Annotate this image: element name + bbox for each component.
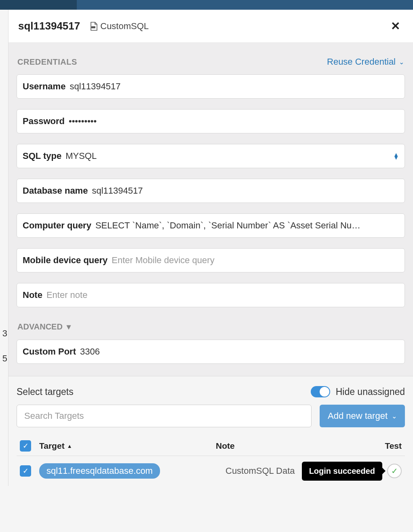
note-field[interactable]: Note Enter note: [17, 283, 405, 307]
computer-query-label: Computer query: [23, 220, 91, 231]
password-value: •••••••••: [69, 116, 97, 127]
hide-unassigned-label: Hide unassigned: [336, 386, 405, 397]
reuse-credential-label: Reuse Credential: [327, 57, 396, 67]
username-field[interactable]: Username sql11394517: [17, 74, 405, 99]
custom-port-label: Custom Port: [23, 346, 76, 357]
target-pill[interactable]: sql11.freesqldatabase.com: [39, 463, 160, 479]
note-label: Note: [23, 290, 42, 300]
test-connection-button[interactable]: ✓: [387, 464, 402, 478]
chevron-down-icon: ⌄: [392, 412, 397, 420]
password-label: Password: [23, 116, 65, 127]
check-success-icon: ✓: [391, 466, 398, 476]
sort-asc-icon: ▲: [67, 443, 72, 449]
test-result-tooltip: Login succeeded: [302, 462, 382, 481]
note-placeholder: Enter note: [46, 290, 88, 300]
column-note-label: Note: [216, 441, 235, 450]
table-header-row: ✓ Target ▲ Note Test: [17, 436, 405, 456]
table-row: ✓ sql11.freesqldatabase.com CustomSQL Da…: [17, 456, 405, 486]
check-icon: ✓: [23, 441, 29, 450]
row-checkbox[interactable]: ✓: [20, 465, 31, 477]
tooltip-text: Login succeeded: [309, 467, 375, 475]
targets-controls: Add new target ⌄: [17, 405, 405, 427]
search-targets-input[interactable]: [17, 405, 312, 427]
close-icon: ✕: [391, 20, 400, 32]
add-new-target-label: Add new target: [328, 411, 388, 421]
add-new-target-button[interactable]: Add new target ⌄: [320, 405, 405, 427]
form-body: CREDENTIALS Reuse Credential ⌄ Username …: [8, 43, 413, 376]
sql-file-icon: [90, 22, 98, 31]
reuse-credential-link[interactable]: Reuse Credential ⌄: [327, 57, 404, 67]
database-name-field[interactable]: Database name sql11394517: [17, 179, 405, 203]
check-icon: ✓: [23, 467, 29, 475]
database-name-value: sql11394517: [92, 186, 143, 196]
left-edge-hints: 3 5: [0, 321, 7, 371]
targets-header: Select targets Hide unassigned: [17, 386, 405, 397]
mobile-query-placeholder: Enter Mobile device query: [112, 255, 214, 266]
computer-query-value: SELECT `Name`, `Domain`, `Serial Number`…: [95, 220, 360, 231]
page-title: sql11394517: [18, 20, 80, 32]
connection-type-label: CustomSQL: [100, 21, 149, 32]
mobile-query-label: Mobile device query: [23, 255, 107, 266]
toggle-knob: [320, 387, 329, 397]
hide-unassigned-toggle[interactable]: [311, 386, 330, 397]
sql-type-label: SQL type: [23, 151, 61, 161]
panel-header: sql11394517 CustomSQL ✕: [8, 10, 413, 43]
targets-section: Select targets Hide unassigned Add new t…: [8, 376, 413, 486]
caret-down-icon: ▾: [67, 322, 71, 331]
sql-type-select[interactable]: SQL type MYSQL ▲▼: [17, 144, 405, 168]
targets-title: Select targets: [17, 386, 74, 397]
hide-unassigned-wrap: Hide unassigned: [311, 386, 405, 397]
column-test-label: Test: [385, 441, 402, 450]
advanced-toggle[interactable]: ADVANCED ▾: [17, 318, 405, 340]
column-target-label: Target: [39, 441, 65, 451]
password-field[interactable]: Password •••••••••: [17, 109, 405, 133]
custom-port-value: 3306: [80, 346, 100, 357]
column-target[interactable]: Target ▲: [39, 441, 72, 451]
custom-port-field[interactable]: Custom Port 3306: [17, 340, 405, 364]
column-test: Test: [377, 441, 402, 451]
select-all-checkbox[interactable]: ✓: [20, 440, 31, 452]
top-bar-dark-segment: [0, 0, 77, 10]
advanced-label: ADVANCED: [17, 322, 63, 331]
database-name-label: Database name: [23, 186, 88, 196]
computer-query-field[interactable]: Computer query SELECT `Name`, `Domain`, …: [17, 213, 405, 238]
close-button[interactable]: ✕: [388, 18, 403, 34]
sql-type-value: MYSQL: [65, 151, 97, 161]
username-value: sql11394517: [70, 81, 120, 92]
username-label: Username: [23, 81, 65, 92]
detail-panel: sql11394517 CustomSQL ✕ CREDENTIALS Reus…: [8, 10, 413, 486]
column-note[interactable]: Note: [216, 441, 377, 451]
credentials-label: CREDENTIALS: [17, 57, 77, 67]
mobile-query-field[interactable]: Mobile device query Enter Mobile device …: [17, 248, 405, 272]
connection-type: CustomSQL: [90, 21, 149, 32]
credentials-section-header: CREDENTIALS Reuse Credential ⌄: [17, 51, 405, 74]
targets-table: ✓ Target ▲ Note Test ✓ sql11.freesqldata…: [17, 436, 405, 486]
app-top-bar: [0, 0, 413, 10]
chevron-down-icon: ⌄: [399, 58, 404, 66]
select-caret-icon: ▲▼: [393, 153, 399, 159]
svg-rect-0: [91, 26, 95, 28]
